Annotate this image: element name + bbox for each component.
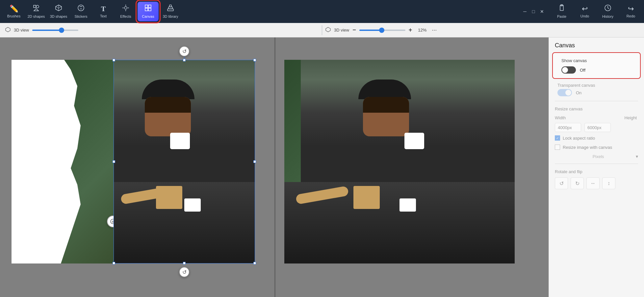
tool-text[interactable]: T Text <box>93 2 114 21</box>
show-canvas-toggle-row: Off <box>555 64 637 76</box>
stickers-label: Stickers <box>74 14 87 18</box>
zoom-slider-right[interactable] <box>359 30 405 31</box>
tool-history[interactable]: History <box>598 4 618 18</box>
view-3d-icon-right <box>325 27 331 33</box>
height-input[interactable] <box>584 123 611 132</box>
viewport-controls-right: 3D view − + 12% ··· <box>325 27 639 34</box>
lock-aspect-checkbox[interactable] <box>555 135 560 141</box>
3d-view-left-label: 3D view <box>14 28 29 33</box>
rotate-flip-label: Rotate and flip <box>549 167 644 176</box>
3dlibrary-icon <box>167 4 174 13</box>
rotate-handle-bottom[interactable]: ↺ <box>179 267 190 277</box>
show-canvas-toggle[interactable] <box>561 66 576 74</box>
resize-image-row: Resize image with canvas <box>549 143 644 152</box>
hat-right <box>358 80 411 99</box>
brushes-icon: ✏️ <box>10 5 18 13</box>
pixels-row: Pixels ▾ <box>549 152 644 161</box>
slider-thumb-left[interactable] <box>59 28 64 33</box>
window-maximize[interactable]: □ <box>530 8 537 15</box>
face-right <box>363 97 409 136</box>
zoom-plus-btn[interactable]: + <box>409 27 412 34</box>
tool-effects[interactable]: Effects <box>115 2 136 21</box>
tool-paste[interactable]: Paste <box>552 4 572 18</box>
svg-marker-20 <box>326 27 330 32</box>
height-label: Height <box>624 115 637 120</box>
rotate-flip-buttons: ↺ ↻ ↔ ↕ <box>549 176 644 191</box>
flip-vertical-btn[interactable]: ↕ <box>602 177 615 189</box>
flip-horizontal-btn[interactable]: ↔ <box>586 177 600 189</box>
transparent-canvas-state: On <box>576 90 581 95</box>
white-silhouette <box>12 60 114 263</box>
svg-rect-13 <box>167 9 173 11</box>
svg-rect-11 <box>145 8 148 11</box>
transparent-canvas-row: Transparent canvas On <box>549 81 644 98</box>
sidebar: Canvas Show canvas Off Transparent canva… <box>549 37 644 297</box>
zoom-minus-btn[interactable]: − <box>352 27 356 34</box>
tool-3dlibrary[interactable]: 3D library <box>160 2 181 21</box>
window-close[interactable]: ✕ <box>539 8 545 15</box>
svg-marker-19 <box>6 27 10 32</box>
3d-view-left-btn[interactable]: 3D view <box>14 28 29 33</box>
handle-ml[interactable] <box>113 160 115 163</box>
tool-canvas[interactable]: Canvas <box>138 2 159 21</box>
slider-thumb-right[interactable] <box>379 28 384 33</box>
svg-rect-12 <box>148 8 151 11</box>
handle-bm[interactable] <box>183 262 186 264</box>
transparent-canvas-toggle[interactable] <box>557 89 572 96</box>
pixels-dropdown-arrow[interactable]: ▾ <box>636 154 638 159</box>
tool-undo[interactable]: ↩ Undo <box>575 5 595 18</box>
canvas-area[interactable]: ⊕ <box>0 37 549 297</box>
3dshapes-label: 3D shapes <box>50 14 67 18</box>
2dshapes-icon <box>33 4 40 13</box>
cafe-image-right <box>284 60 515 263</box>
paste-icon <box>558 4 565 13</box>
handle-mr[interactable] <box>253 160 256 163</box>
garden-bg: ⊕ <box>12 60 114 263</box>
slider-fill-left <box>32 30 60 31</box>
cup-right <box>404 133 424 149</box>
divider-2 <box>555 164 638 164</box>
tool-stickers[interactable]: Stickers <box>70 2 91 21</box>
tool-brushes[interactable]: ✏️ Brushes <box>3 2 24 21</box>
handle-bl[interactable] <box>113 262 115 264</box>
3dlibrary-label: 3D library <box>163 14 178 18</box>
svg-rect-0 <box>34 5 36 8</box>
viewport-right <box>274 37 549 297</box>
tool-redo[interactable]: ↪ Redo <box>621 5 641 18</box>
width-input[interactable] <box>555 123 581 132</box>
history-label: History <box>602 14 613 18</box>
toolbar-right: ─ □ ✕ Paste ↩ Undo History <box>522 4 641 18</box>
toolbar-left: ✏️ Brushes 2D shapes 3D shapes <box>3 2 522 21</box>
svg-text:⊕: ⊕ <box>112 220 114 223</box>
redo-label: Redo <box>627 14 635 18</box>
zoom-slider-left[interactable] <box>32 30 78 31</box>
tool-2dshapes[interactable]: 2D shapes <box>26 2 47 21</box>
coffee-cup-right <box>399 198 416 212</box>
dimension-inputs <box>549 122 644 133</box>
handle-br[interactable] <box>253 262 256 264</box>
selection-container: ↺ ↺ <box>114 60 255 263</box>
svg-point-1 <box>36 5 39 8</box>
undo-icon: ↩ <box>582 5 588 13</box>
rotate-handle-top[interactable]: ↺ <box>179 46 190 57</box>
window-minimize[interactable]: ─ <box>522 8 528 15</box>
rotate-cw-btn[interactable]: ↻ <box>571 177 584 189</box>
rotate-ccw-btn[interactable]: ↺ <box>555 177 568 189</box>
svg-rect-15 <box>169 5 171 7</box>
hair-right <box>363 97 409 113</box>
show-canvas-panel: Show canvas Off <box>552 52 641 79</box>
svg-rect-10 <box>148 5 151 8</box>
more-options-btn[interactable]: ··· <box>432 27 437 34</box>
transparent-canvas-section: Transparent canvas On <box>555 83 595 96</box>
zoom-percent: 12% <box>418 28 426 33</box>
resize-image-checkbox[interactable] <box>555 145 560 150</box>
handle-tm[interactable] <box>183 59 186 61</box>
tool-3dshapes[interactable]: 3D shapes <box>48 2 69 21</box>
handle-tr[interactable] <box>253 59 256 61</box>
3d-view-right-btn[interactable]: 3D view <box>334 28 349 33</box>
transparent-canvas-knob <box>565 90 571 96</box>
slider-fill-right <box>359 30 380 31</box>
stickers-icon <box>77 4 85 13</box>
handle-tl[interactable] <box>113 59 115 61</box>
main-content: ⊕ <box>0 37 644 297</box>
